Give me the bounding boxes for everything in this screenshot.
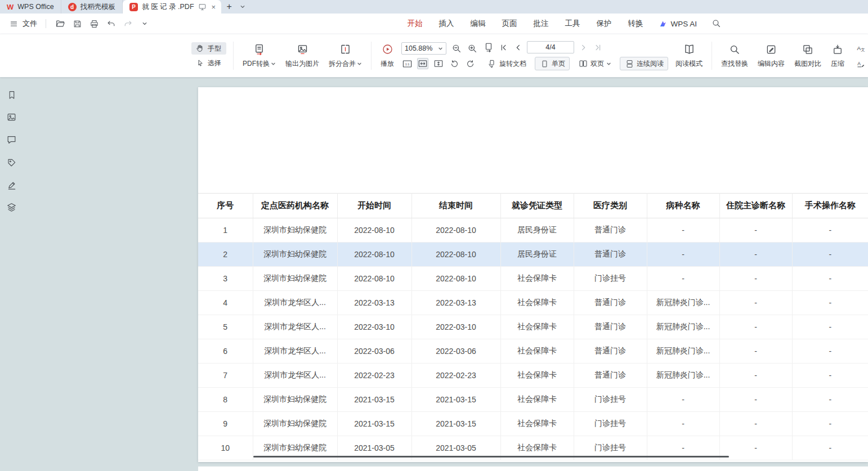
find-replace-button[interactable]: 查找替换 — [719, 43, 750, 69]
edit-content-icon — [765, 43, 777, 56]
find-replace-icon — [728, 43, 741, 56]
table-cell: - — [647, 388, 719, 412]
file-menu-button[interactable]: 文件 — [8, 18, 37, 29]
pdf-page-canvas[interactable]: 序号定点医药机构名称开始时间结束时间就诊凭证类型医疗类别病种名称住院主诊断名称手… — [198, 87, 868, 462]
tab-docer-templates[interactable]: d 找稻壳模板 — [61, 0, 123, 14]
menu-tab-page[interactable]: 页面 — [502, 19, 517, 29]
table-cell: - — [719, 364, 792, 388]
menu-tab-convert[interactable]: 转换 — [628, 19, 643, 29]
search-icon[interactable] — [712, 19, 722, 29]
menu-tab-protect[interactable]: 保护 — [596, 19, 611, 29]
rotate-left-icon[interactable] — [449, 58, 460, 69]
hand-tool-button[interactable]: 手型 — [191, 42, 226, 55]
edit-content-button[interactable]: 编辑内容 — [755, 43, 787, 69]
column-header: 定点医药机构名称 — [253, 194, 337, 218]
zoom-level-select[interactable]: 105.88% — [401, 42, 446, 55]
menu-tab-wps-ai[interactable]: WPS AI — [659, 20, 697, 28]
table-cell: - — [792, 267, 868, 291]
table-cell: - — [792, 243, 868, 267]
new-tab-button[interactable]: + — [221, 0, 237, 14]
table-cell: - — [719, 291, 792, 315]
comment-icon[interactable] — [6, 134, 17, 146]
undo-history-chevron-icon[interactable] — [139, 18, 150, 29]
column-header: 手术操作名称 — [792, 194, 868, 218]
reading-mode-button[interactable]: 阅读模式 — [673, 43, 705, 69]
select-tool-button[interactable]: 选择 — [191, 57, 226, 69]
next-page-button[interactable] — [578, 42, 589, 53]
column-header: 病种名称 — [647, 194, 719, 218]
rotate-document-button[interactable]: 旋转文档 — [483, 57, 530, 70]
svg-text:1:1: 1:1 — [405, 62, 409, 66]
actual-size-button[interactable]: 1:1 — [401, 58, 413, 69]
double-page-button[interactable]: 双页 — [574, 57, 615, 70]
menu-tab-insert[interactable]: 插入 — [439, 19, 454, 29]
fit-width-button[interactable] — [417, 58, 428, 69]
word-translate-button[interactable]: A 划词翻译 — [852, 57, 868, 70]
page-number-indicator[interactable]: 4/4 — [527, 41, 574, 53]
zoom-cluster: 105.88% 1:1 — [401, 42, 478, 69]
menu-tab-tools[interactable]: 工具 — [565, 19, 580, 29]
bookmark-icon[interactable] — [6, 89, 17, 101]
pdf-convert-button[interactable]: PDF转换 — [240, 43, 278, 69]
chevron-down-icon — [357, 61, 362, 66]
zoom-out-button[interactable] — [451, 43, 462, 54]
menu-tab-comment[interactable]: 批注 — [533, 19, 548, 29]
table-cell: 2022-03-13 — [337, 291, 411, 315]
export-as-image-button[interactable]: 输出为图片 — [283, 43, 321, 69]
pdf-convert-label: PDF转换 — [243, 59, 270, 69]
full-text-translate-button[interactable]: A文 全文翻译 — [852, 42, 868, 54]
separator — [233, 42, 234, 70]
tab-label: WPS Office — [17, 3, 53, 11]
docer-icon: d — [68, 3, 77, 11]
redo-icon[interactable] — [122, 18, 133, 29]
thumbnail-icon[interactable] — [6, 111, 17, 123]
table-row: 4深圳市龙华区人...2022-03-132022-03-13社会保障卡普通门诊… — [198, 291, 868, 315]
save-icon[interactable] — [71, 18, 83, 29]
table-cell: 深圳市龙华区人... — [253, 315, 337, 339]
first-page-button[interactable] — [498, 42, 509, 53]
play-button[interactable]: 播放 — [378, 43, 396, 69]
tag-icon[interactable] — [6, 156, 17, 168]
previous-page-button[interactable] — [512, 42, 524, 53]
signature-pen-icon[interactable] — [6, 179, 17, 191]
menu-tab-home[interactable]: 开始 — [407, 19, 422, 29]
table-cell: 2021-03-15 — [411, 388, 500, 412]
undo-icon[interactable] — [105, 18, 117, 29]
monitor-icon[interactable] — [198, 3, 207, 11]
split-merge-icon — [339, 43, 352, 56]
compress-button[interactable]: 压缩 — [829, 43, 847, 69]
single-page-button[interactable]: 单页 — [535, 57, 570, 70]
split-merge-button[interactable]: 拆分合并 — [326, 43, 364, 69]
print-icon[interactable] — [88, 18, 100, 29]
zoom-in-button[interactable] — [467, 43, 478, 54]
fit-page-button[interactable] — [433, 58, 444, 69]
rotate-document-label: 旋转文档 — [499, 59, 526, 69]
rotate-right-icon[interactable] — [464, 58, 476, 69]
table-cell: 2022-08-10 — [411, 267, 500, 291]
wps-ai-logo-icon — [659, 20, 668, 28]
jump-page-icon[interactable] — [483, 42, 494, 53]
menu-tab-edit[interactable]: 编辑 — [470, 19, 485, 29]
screenshot-compare-button[interactable]: 截图对比 — [792, 43, 824, 69]
table-cell: 社会保障卡 — [500, 388, 574, 412]
table-cell: 2022-08-10 — [411, 243, 500, 267]
table-row: 9深圳市妇幼保健院2021-03-152021-03-15社会保障卡门诊挂号--… — [198, 412, 868, 436]
single-page-label: 单页 — [552, 59, 565, 69]
table-cell: 新冠肺炎门诊... — [647, 364, 719, 388]
table-cell: 深圳市妇幼保健院 — [253, 218, 337, 243]
page-indicator-value: 4/4 — [545, 43, 555, 51]
tab-wps-office[interactable]: W WPS Office — [0, 0, 61, 14]
table-cell: - — [719, 267, 792, 291]
continuous-reading-button[interactable]: 连续阅读 — [620, 57, 668, 70]
last-page-button[interactable] — [592, 42, 603, 53]
column-header: 医疗类别 — [574, 194, 647, 218]
table-cell: 社会保障卡 — [500, 267, 574, 291]
tab-list-chevron-icon[interactable] — [237, 0, 248, 14]
table-cell: - — [719, 339, 792, 364]
page-navigation-cluster: 4/4 旋转文档 单页 — [483, 41, 668, 70]
svg-text:A: A — [857, 45, 861, 51]
close-tab-icon[interactable]: × — [211, 3, 217, 11]
tab-document-pdf[interactable]: P 就 医 记 录 .PDF × — [123, 0, 221, 14]
layers-icon[interactable] — [6, 201, 17, 213]
open-folder-icon[interactable] — [55, 18, 66, 29]
